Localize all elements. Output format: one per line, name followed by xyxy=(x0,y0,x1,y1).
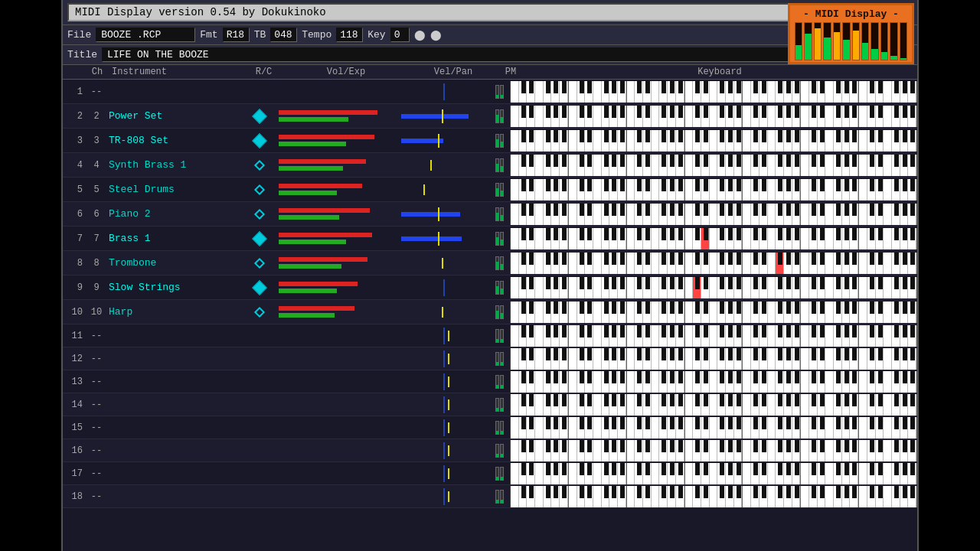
track-channel: 2 xyxy=(86,111,107,122)
track-number: 2 xyxy=(63,111,86,122)
circle1: ⬤ xyxy=(414,29,426,41)
col-header-instrument: Instrument xyxy=(109,67,243,77)
track-keyboard xyxy=(510,204,917,225)
track-keyboard xyxy=(510,325,917,347)
track-channel: 7 xyxy=(86,233,107,244)
title-label: Title xyxy=(67,49,97,60)
track-volume xyxy=(276,491,398,502)
track-velocity xyxy=(398,114,488,119)
track-channel: -- xyxy=(86,86,107,97)
track-pm xyxy=(488,85,510,99)
track-row[interactable]: 11-- xyxy=(63,324,917,347)
track-pm xyxy=(488,305,510,319)
track-channel: -- xyxy=(86,399,107,410)
track-volume xyxy=(276,135,398,146)
track-volume xyxy=(276,110,398,122)
track-rc xyxy=(243,111,276,122)
track-volume xyxy=(276,233,398,244)
vu-label: - MIDI Display - xyxy=(803,8,899,20)
file-value[interactable]: BOOZE .RCP xyxy=(96,28,195,42)
track-row[interactable]: 99Slow Strings xyxy=(63,276,917,300)
diamond-icon xyxy=(254,306,265,317)
track-channel: -- xyxy=(86,445,107,456)
track-pm xyxy=(488,281,510,295)
track-volume xyxy=(276,306,398,318)
track-pm xyxy=(488,352,510,366)
track-number: 3 xyxy=(63,135,86,146)
tb-value[interactable]: 048 xyxy=(270,28,297,42)
track-number: 17 xyxy=(63,468,86,479)
track-row[interactable]: 14-- xyxy=(63,393,917,416)
tempo-value[interactable]: 118 xyxy=(336,28,363,42)
vu-meter-box: - MIDI Display - xyxy=(788,3,914,64)
track-row[interactable]: 17-- xyxy=(63,462,917,485)
track-rc xyxy=(243,233,276,244)
track-pm xyxy=(488,109,510,123)
track-row[interactable]: 22Power Set xyxy=(63,104,917,129)
track-instrument: Synth Brass 1 xyxy=(107,159,243,171)
track-velocity xyxy=(398,261,488,266)
track-velocity xyxy=(398,163,488,168)
track-number: 15 xyxy=(63,422,86,433)
track-rc xyxy=(243,135,276,146)
track-keyboard xyxy=(510,371,917,393)
track-row[interactable]: 55Steel Drums xyxy=(63,178,917,202)
track-number: 9 xyxy=(63,282,86,293)
track-instrument: Harp xyxy=(107,306,243,318)
key-value[interactable]: 0 xyxy=(390,28,410,42)
track-row[interactable]: 1-- xyxy=(63,80,917,104)
track-rc xyxy=(243,308,276,316)
app-title: MIDI Display version 0.54 by Dokukinoko xyxy=(67,3,827,21)
track-keyboard xyxy=(510,348,917,370)
fmt-value[interactable]: R18 xyxy=(223,28,250,42)
track-instrument: Slow Strings xyxy=(107,282,243,293)
diamond-icon xyxy=(254,184,265,194)
track-number: 8 xyxy=(63,258,86,269)
track-number: 11 xyxy=(63,331,86,341)
col-header-pm: PM xyxy=(499,67,522,77)
track-number: 14 xyxy=(63,399,86,410)
track-volume xyxy=(276,399,398,410)
track-keyboard xyxy=(510,302,917,323)
track-channel: -- xyxy=(86,354,107,364)
track-row[interactable]: 18-- xyxy=(63,485,917,508)
track-row[interactable]: 1010Harp xyxy=(63,300,917,324)
track-row[interactable]: 33TR-808 Set xyxy=(63,129,917,153)
track-row[interactable]: 16-- xyxy=(63,439,917,462)
track-instrument: Power Set xyxy=(107,110,243,122)
track-pm xyxy=(488,421,510,435)
track-keyboard xyxy=(510,106,917,127)
tempo-label: Tempo xyxy=(302,29,332,41)
col-header-rc: R/C xyxy=(243,67,285,77)
diamond-icon xyxy=(254,208,265,219)
track-volume xyxy=(276,330,398,341)
track-row[interactable]: 12-- xyxy=(63,347,917,370)
track-row[interactable]: 88Trombone xyxy=(63,251,917,276)
track-channel: 10 xyxy=(86,307,107,318)
track-row[interactable]: 66Piano 2 xyxy=(63,202,917,227)
track-channel: -- xyxy=(86,377,107,387)
track-volume xyxy=(276,282,398,293)
track-keyboard xyxy=(510,155,917,176)
track-row[interactable]: 44Synth Brass 1 xyxy=(63,153,917,178)
track-row[interactable]: 15-- xyxy=(63,416,917,439)
track-pm xyxy=(488,490,510,504)
track-keyboard xyxy=(510,253,917,274)
track-volume xyxy=(276,86,398,97)
track-pm xyxy=(488,375,510,389)
track-rc xyxy=(243,282,276,293)
track-number: 10 xyxy=(63,307,86,318)
track-number: 18 xyxy=(63,491,86,502)
track-channel: -- xyxy=(86,422,107,433)
tb-label: TB xyxy=(254,29,266,41)
track-keyboard xyxy=(510,228,917,249)
track-row[interactable]: 13-- xyxy=(63,370,917,393)
track-pm xyxy=(488,158,510,172)
track-keyboard xyxy=(510,463,917,484)
track-channel: -- xyxy=(86,331,107,341)
track-instrument: Piano 2 xyxy=(107,208,243,220)
key-label: Key xyxy=(368,29,385,41)
track-row[interactable]: 77Brass 1 xyxy=(63,227,917,251)
col-header-vel: Vel/Pan xyxy=(407,67,499,77)
file-label: File xyxy=(67,29,91,41)
